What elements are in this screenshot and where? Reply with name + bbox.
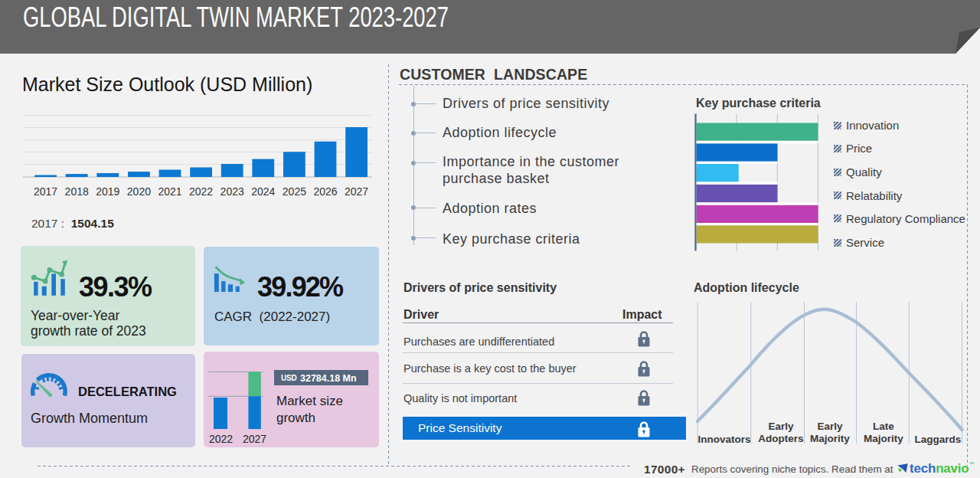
svg-text:2025: 2025 xyxy=(283,185,306,198)
svg-text:2021: 2021 xyxy=(158,185,181,198)
svg-text:2022: 2022 xyxy=(189,185,213,198)
svg-text:2019: 2019 xyxy=(96,185,119,198)
svg-text:2023: 2023 xyxy=(220,185,244,198)
svg-text:2027: 2027 xyxy=(345,185,368,198)
svg-text:2024: 2024 xyxy=(251,185,275,198)
svg-text:2020: 2020 xyxy=(127,185,151,198)
svg-text:2018: 2018 xyxy=(65,185,89,198)
svg-text:2017: 2017 xyxy=(34,185,57,198)
svg-text:2026: 2026 xyxy=(313,185,337,198)
